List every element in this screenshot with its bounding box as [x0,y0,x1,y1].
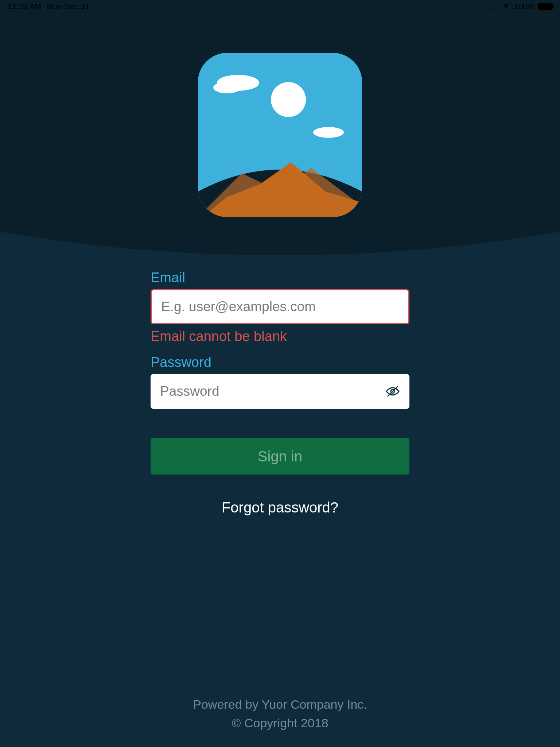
app-logo [198,53,362,217]
status-time: 11:25 AM [7,2,41,11]
signin-button[interactable]: Sign in [151,438,409,475]
email-input[interactable] [151,289,409,324]
wifi-icon [502,2,510,11]
svg-point-4 [313,127,344,138]
forgot-password-link[interactable]: Forgot password? [151,499,409,516]
footer: Powered by Yuor Company Inc. © Copyright… [0,695,560,732]
password-label: Password [151,355,409,370]
status-bar: 11:25 AM Mon Dec 31 .... 100% [0,0,560,13]
eye-slash-icon[interactable] [385,386,400,397]
login-form: Email Email cannot be blank Password Sig… [151,270,409,516]
svg-point-3 [271,82,306,117]
email-error-text: Email cannot be blank [151,329,409,344]
battery-pct: 100% [514,2,534,11]
battery-icon [538,3,553,10]
footer-company: Powered by Yuor Company Inc. [0,695,560,714]
email-label: Email [151,270,409,286]
cellular-dots-icon: .... [486,2,498,11]
svg-point-2 [213,82,241,93]
password-input[interactable] [151,374,409,409]
status-date: Mon Dec 31 [46,2,90,11]
footer-copyright: © Copyright 2018 [0,714,560,732]
